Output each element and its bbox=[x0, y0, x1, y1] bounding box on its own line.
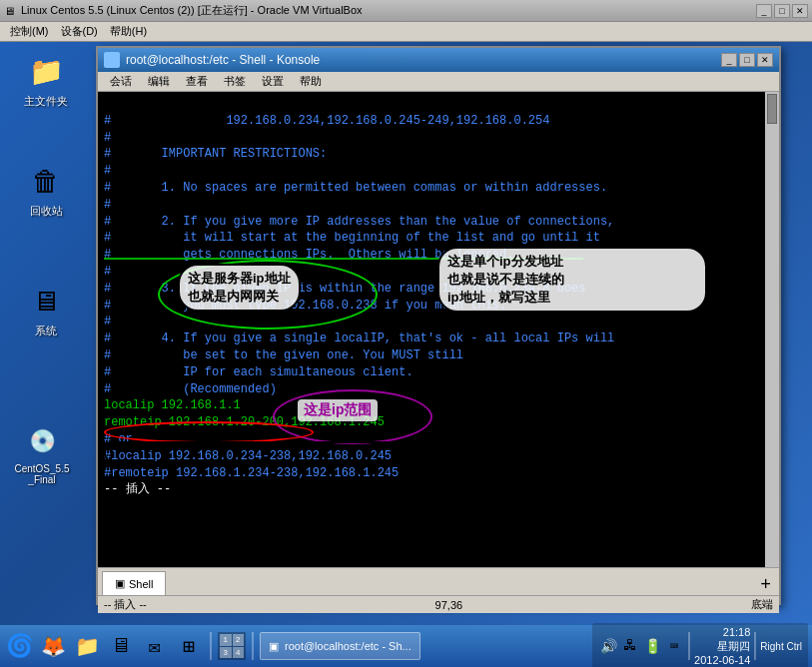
virtualbox-titlebar: 🖥 Linux Centos 5.5 (Linux Centos (2)) [正… bbox=[0, 0, 812, 22]
apps-icon[interactable]: ⊞ bbox=[174, 631, 204, 661]
konsole-taskbar-icon: ▣ bbox=[269, 640, 279, 653]
desktop-icon-centos[interactable]: 💿 CentOS_5.5_Final bbox=[10, 421, 74, 485]
close-button[interactable]: ✕ bbox=[792, 4, 808, 18]
trash-label: 回收站 bbox=[30, 204, 63, 219]
vbox-menubar: 控制(M) 设备(D) 帮助(H) bbox=[0, 22, 812, 42]
konsole-menubar: 会话 编辑 查看 书签 设置 帮助 bbox=[98, 72, 779, 92]
app-menu-icon[interactable]: 🌀 bbox=[4, 631, 34, 661]
konsole-title: root@localhost:/etc - Shell - Konsole bbox=[126, 53, 719, 67]
tray-icon-3[interactable]: 🔋 bbox=[642, 636, 662, 656]
pager-1[interactable]: 1 bbox=[220, 634, 232, 646]
clock-display: 21:18 星期四 2012-06-14 bbox=[694, 625, 750, 667]
cursor-position-status: 97,36 bbox=[435, 599, 463, 611]
konsole-close[interactable]: ✕ bbox=[757, 53, 773, 67]
system-tray: 🔊 🖧 🔋 ⌨ 21:18 星期四 2012-06-14 Right Ctrl bbox=[592, 623, 808, 667]
clock-weekday: 星期四 bbox=[694, 639, 750, 653]
files-taskbar-icon[interactable]: 📁 bbox=[72, 631, 102, 661]
konsole-menu-settings[interactable]: 设置 bbox=[254, 72, 292, 91]
taskbar-divider-2 bbox=[252, 632, 254, 660]
desktop-icon-files[interactable]: 📁 主文件夹 bbox=[14, 52, 78, 109]
tray-divider-2 bbox=[754, 632, 756, 660]
vbox-icon: 🖥 bbox=[4, 5, 15, 17]
desktop: 📁 主文件夹 🗑 回收站 🖥 系统 💿 CentOS_5.5_Final roo… bbox=[0, 42, 812, 667]
clock-time: 21:18 bbox=[694, 625, 750, 639]
konsole-menu-edit[interactable]: 编辑 bbox=[140, 72, 178, 91]
files-label: 主文件夹 bbox=[24, 94, 68, 109]
konsole-minimize[interactable]: _ bbox=[721, 53, 737, 67]
trash-icon: 🗑 bbox=[26, 162, 66, 202]
terminal-tab-icon: ▣ bbox=[115, 577, 125, 590]
window-controls: _ □ ✕ bbox=[756, 4, 808, 18]
tray-icon-4[interactable]: ⌨ bbox=[664, 636, 684, 656]
terminal-content[interactable]: # 192.168.0.234,192.168.0.245-249,192.16… bbox=[98, 92, 779, 567]
konsole-icon bbox=[104, 52, 120, 68]
insert-mode-status: -- 插入 -- bbox=[104, 597, 147, 612]
pager-3[interactable]: 3 bbox=[220, 647, 232, 659]
scroll-position-status: 底端 bbox=[751, 597, 773, 612]
desktop-icon-trash[interactable]: 🗑 回收站 bbox=[14, 162, 78, 219]
bottom-taskbar: 🌀 🦊 📁 🖥 ✉ ⊞ 1 2 3 4 ▣ root@localhost:/et… bbox=[0, 625, 812, 667]
system-icon: 🖥 bbox=[26, 282, 66, 322]
scroll-thumb[interactable] bbox=[767, 94, 777, 124]
scrollbar[interactable] bbox=[765, 92, 779, 567]
pager-4[interactable]: 4 bbox=[233, 647, 245, 659]
system-label: 系统 bbox=[35, 324, 57, 338]
terminal-taskbar-icon[interactable]: 🖥 bbox=[106, 631, 136, 661]
konsole-menu-session[interactable]: 会话 bbox=[102, 72, 140, 91]
folder-icon: 📁 bbox=[26, 52, 66, 92]
tray-divider bbox=[688, 632, 690, 660]
tray-icon-1[interactable]: 🔊 bbox=[598, 636, 618, 656]
right-ctrl-label: Right Ctrl bbox=[760, 641, 802, 652]
maximize-button[interactable]: □ bbox=[774, 4, 790, 18]
konsole-titlebar: root@localhost:/etc - Shell - Konsole _ … bbox=[98, 48, 779, 72]
pager-2[interactable]: 2 bbox=[233, 634, 245, 646]
centos-label: CentOS_5.5_Final bbox=[14, 463, 69, 485]
email-icon[interactable]: ✉ bbox=[140, 631, 170, 661]
new-tab-button[interactable]: + bbox=[756, 575, 775, 595]
menu-control[interactable]: 控制(M) bbox=[4, 22, 55, 41]
konsole-tabbar: ▣ Shell + bbox=[98, 567, 779, 595]
centos-icon: 💿 bbox=[22, 421, 62, 461]
menu-device[interactable]: 设备(D) bbox=[55, 22, 104, 41]
vbox-title: Linux Centos 5.5 (Linux Centos (2)) [正在运… bbox=[21, 3, 756, 18]
konsole-menu-view[interactable]: 查看 bbox=[178, 72, 216, 91]
konsole-statusbar: -- 插入 -- 97,36 底端 bbox=[98, 595, 779, 613]
konsole-menu-help[interactable]: 帮助 bbox=[292, 72, 330, 91]
taskbar-window-konsole[interactable]: ▣ root@localhost:/etc - Sh... bbox=[260, 632, 420, 660]
konsole-maximize[interactable]: □ bbox=[739, 53, 755, 67]
tab-shell-label: Shell bbox=[129, 578, 153, 590]
clock-date: 2012-06-14 bbox=[694, 653, 750, 667]
konsole-taskbar-title: root@localhost:/etc - Sh... bbox=[285, 640, 411, 652]
konsole-menu-bookmarks[interactable]: 书签 bbox=[216, 72, 254, 91]
konsole-window: root@localhost:/etc - Shell - Konsole _ … bbox=[96, 46, 781, 605]
tray-icon-2[interactable]: 🖧 bbox=[620, 636, 640, 656]
desktop-pager[interactable]: 1 2 3 4 bbox=[218, 632, 246, 660]
minimize-button[interactable]: _ bbox=[756, 4, 772, 18]
firefox-icon[interactable]: 🦊 bbox=[38, 631, 68, 661]
terminal-output: # 192.168.0.234,192.168.0.245-249,192.16… bbox=[98, 92, 779, 567]
menu-help[interactable]: 帮助(H) bbox=[104, 22, 153, 41]
taskbar-divider-1 bbox=[210, 632, 212, 660]
konsole-tab-shell[interactable]: ▣ Shell bbox=[102, 571, 166, 595]
desktop-icon-system[interactable]: 🖥 系统 bbox=[14, 282, 78, 338]
